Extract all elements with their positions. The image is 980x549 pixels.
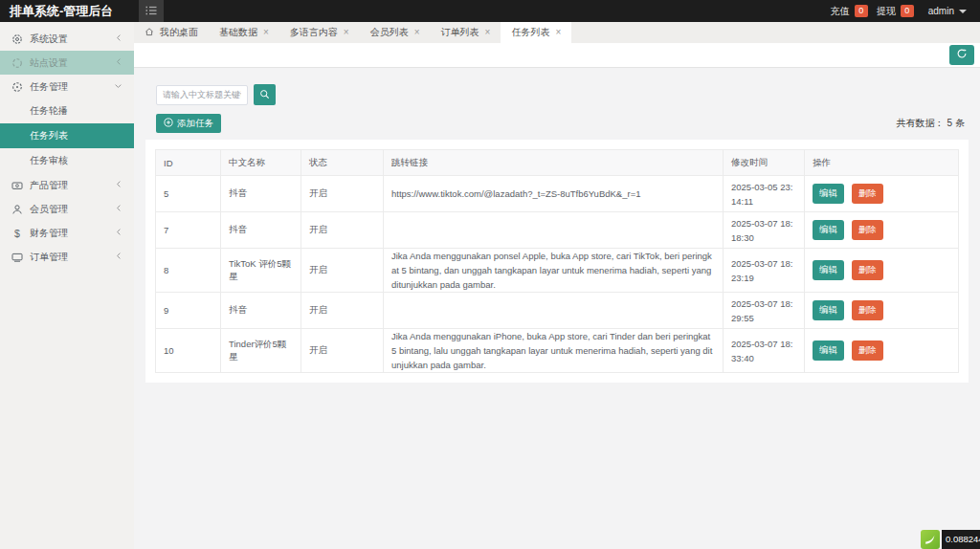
sidebar-item-label: 站点设置 [30, 56, 115, 70]
submenu-item-label: 任务审核 [30, 154, 68, 167]
tab-member-list[interactable]: 会员列表 × [360, 22, 431, 43]
sidebar-item-order-management[interactable]: 订单管理 [0, 245, 134, 269]
delete-button[interactable]: 删除 [852, 300, 883, 320]
tab-task-list[interactable]: 任务列表 × [501, 22, 571, 43]
delete-button[interactable]: 删除 [852, 220, 883, 240]
refresh-icon [956, 48, 968, 62]
edit-button[interactable]: 编辑 [813, 300, 844, 320]
chevron-left-icon [115, 180, 122, 190]
chevron-down-icon [959, 10, 967, 13]
close-icon[interactable]: × [485, 28, 491, 37]
submenu-item-label: 任务列表 [30, 129, 68, 143]
chevron-left-icon [115, 33, 122, 44]
table-row: 9 抖音 开启 2025-03-07 18:29:55 编辑删除 [156, 293, 959, 329]
sidebar-item-task-management[interactable]: 任务管理 [0, 75, 134, 99]
debug-widget: 0.088244s [921, 530, 980, 549]
total-unit: 条 [955, 118, 965, 128]
cell-actions: 编辑删除 [805, 249, 959, 293]
sidebar-item-label: 订单管理 [30, 251, 115, 264]
sidebar-item-label: 任务管理 [30, 80, 114, 94]
cell-link: https://www.tiktok.com/@lazadath?_t=ZS-8… [384, 176, 724, 212]
recharge-link[interactable]: 充值 0 [831, 5, 868, 18]
cell-time: 2025-03-07 18:18:30 [724, 212, 805, 249]
tab-label: 订单列表 [441, 26, 479, 39]
sidebar-collapse-button[interactable] [139, 0, 164, 22]
sidebar-subitem-task-list[interactable]: 任务列表 [0, 123, 134, 148]
sidebar-item-label: 产品管理 [30, 179, 115, 192]
search-button[interactable] [254, 84, 276, 105]
app-title: 排单系统-管理后台 [0, 3, 139, 20]
chevron-down-icon [114, 81, 122, 92]
list-menu-icon [145, 4, 157, 18]
cell-name: 抖音 [221, 176, 301, 212]
sidebar-item-label: 财务管理 [30, 227, 115, 240]
sidebar-item-site-settings[interactable]: 站点设置 [0, 51, 134, 75]
cell-id: 10 [156, 329, 221, 373]
close-icon[interactable]: × [414, 28, 420, 37]
refresh-button[interactable] [949, 45, 974, 65]
col-header-time: 修改时间 [724, 150, 805, 176]
edit-button[interactable]: 编辑 [813, 340, 844, 361]
sidebar-item-member-management[interactable]: 会员管理 [0, 197, 134, 221]
tab-label: 多语言内容 [290, 26, 338, 39]
sub-header-bar [134, 43, 980, 68]
search-input[interactable] [156, 85, 248, 105]
close-icon[interactable]: × [263, 28, 269, 37]
delete-button[interactable]: 删除 [852, 260, 883, 280]
search-icon [259, 88, 270, 102]
cell-time: 2025-03-05 23:14:11 [724, 176, 805, 212]
sidebar-item-product-management[interactable]: 产品管理 [0, 173, 134, 197]
sidebar-item-finance-management[interactable]: $ 财务管理 [0, 221, 134, 245]
debug-toolbar-icon[interactable] [921, 530, 940, 549]
tab-label: 我的桌面 [160, 26, 198, 39]
tab-basic-data[interactable]: 基础数据 × [209, 22, 279, 43]
withdraw-link[interactable]: 提现 0 [877, 5, 914, 18]
delete-button[interactable]: 删除 [852, 184, 883, 204]
user-menu[interactable]: admin [928, 6, 967, 16]
sidebar-item-system-settings[interactable]: 系统设置 [0, 27, 134, 51]
col-header-status: 状态 [301, 150, 384, 176]
cell-time: 2025-03-07 18:29:55 [724, 293, 805, 329]
cell-id: 9 [156, 293, 221, 329]
tab-label: 会员列表 [370, 26, 409, 39]
col-header-link: 跳转链接 [384, 150, 724, 176]
table-row: 10 Tinder评价5颗星 开启 Jika Anda menggunakan … [156, 329, 959, 373]
svg-text:$: $ [14, 228, 20, 239]
chevron-left-icon [115, 228, 122, 238]
tab-label: 任务列表 [511, 26, 549, 39]
table-header-row: ID 中文名称 状态 跳转链接 修改时间 操作 [156, 150, 959, 176]
recharge-label: 充值 [831, 5, 850, 18]
topbar: 排单系统-管理后台 充值 0 提现 0 [0, 0, 980, 22]
total-value: 5 [947, 118, 952, 128]
edit-button[interactable]: 编辑 [813, 184, 844, 204]
toolbar-row: 添加任务 共有数据：5条 [156, 114, 969, 133]
page-load-time: 0.088244s [942, 530, 980, 549]
cell-name: TikToK 评价5颗星 [221, 249, 301, 293]
member-icon [11, 204, 23, 215]
edit-button[interactable]: 编辑 [813, 260, 844, 280]
sidebar-subitem-task-review[interactable]: 任务审核 [0, 148, 134, 173]
sidebar-subitem-task-carousel[interactable]: 任务轮播 [0, 99, 134, 123]
site-icon [11, 57, 23, 69]
add-task-button[interactable]: 添加任务 [156, 114, 221, 133]
cell-time: 2025-03-07 18:23:19 [724, 249, 805, 293]
product-icon [11, 180, 23, 191]
cell-status: 开启 [301, 249, 384, 293]
cell-status: 开启 [301, 293, 384, 329]
tab-order-list[interactable]: 订单列表 × [431, 22, 501, 43]
cell-name: 抖音 [221, 212, 301, 249]
tab-multilanguage[interactable]: 多语言内容 × [279, 22, 360, 43]
close-icon[interactable]: × [344, 28, 349, 37]
tab-bar: 我的桌面 基础数据 × 多语言内容 × 会员列表 × 订单列表 × 任务列表 × [134, 22, 980, 43]
tasks-icon [11, 81, 23, 93]
topbar-right: 充值 0 提现 0 admin [831, 5, 980, 18]
delete-button[interactable]: 删除 [852, 340, 883, 361]
edit-button[interactable]: 编辑 [813, 220, 844, 240]
cell-name: Tinder评价5颗星 [221, 329, 301, 373]
cell-name: 抖音 [221, 293, 301, 329]
col-header-id: ID [156, 150, 221, 176]
close-icon[interactable]: × [555, 28, 561, 37]
tab-my-desktop[interactable]: 我的桌面 [134, 22, 209, 43]
cell-link: Jika Anda menggunakan ponsel Apple, buka… [384, 249, 724, 293]
submenu-item-label: 任务轮播 [30, 104, 68, 118]
